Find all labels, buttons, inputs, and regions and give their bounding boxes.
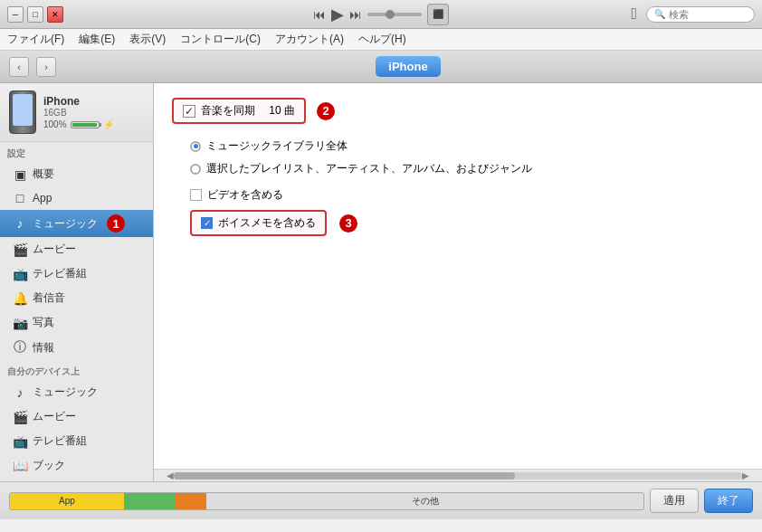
checkbox-voice[interactable]: ✓ <box>201 217 213 229</box>
finish-btn[interactable]: 終了 <box>704 489 753 513</box>
search-icon: 🔍 <box>654 9 665 19</box>
sidebar-item-device-music-label: ミュージック <box>33 385 98 400</box>
sidebar-item-summary-label: 概要 <box>33 166 54 182</box>
radio-row-library[interactable]: ミュージックライブラリ全体 <box>190 138 744 154</box>
sidebar-item-app[interactable]: □ App <box>0 186 153 210</box>
menubar: ファイル(F) 編集(E) 表示(V) コントロール(C) アカウント(A) ヘ… <box>0 29 762 51</box>
content-inner: ✓ 音楽を同期 10 曲 2 ミュージックライブラリ全体 選択したプレイリスト、… <box>154 83 762 469</box>
sidebar-item-device-music[interactable]: ♪ ミュージック <box>0 380 153 404</box>
sidebar-item-ringtone-label: 着信音 <box>33 290 65 306</box>
checkbox-video-label: ビデオを含める <box>207 187 283 203</box>
radio-row-selected[interactable]: 選択したプレイリスト、アーティスト、アルバム、およびジャンル <box>190 161 744 176</box>
storage-app-label: App <box>59 496 75 506</box>
search-input[interactable] <box>669 9 750 20</box>
window-controls[interactable]: ─ □ ✕ <box>7 6 63 23</box>
voice-memo-label[interactable]: ✓ ボイスメモを含める <box>190 210 327 236</box>
settings-section-label: 設定 <box>0 142 153 162</box>
scroll-left-arrow[interactable]: ◀ <box>167 470 174 480</box>
device-info: iPhone 16GB 100% ⚡ <box>0 83 153 142</box>
tv-icon: 📺 <box>13 267 27 281</box>
sidebar-item-tv[interactable]: 📺 テレビ番組 <box>0 261 153 286</box>
menu-view[interactable]: 表示(V) <box>129 32 166 47</box>
device-music-icon: ♪ <box>13 385 27 400</box>
radio-selected[interactable] <box>190 164 201 175</box>
sidebar-item-music[interactable]: ♪ ミュージック 1 <box>0 210 153 237</box>
checkbox-video[interactable] <box>190 189 202 201</box>
toolbar: ‹ › iPhone <box>0 51 762 83</box>
storage-seg-green <box>124 493 175 509</box>
battery-row: 100% ⚡ <box>43 119 144 129</box>
scrollbar-thumb[interactable] <box>174 472 515 480</box>
sync-row: ✓ 音楽を同期 10 曲 2 <box>172 98 744 124</box>
sidebar-item-device-movies-label: ムービー <box>33 409 76 424</box>
device-size: 16GB <box>43 108 144 118</box>
checkbox-group: ビデオを含める ✓ ボイスメモを含める 3 <box>172 187 744 236</box>
sidebar-item-device-book[interactable]: 📖 ブック <box>0 453 153 478</box>
sidebar-item-device-tv[interactable]: 📺 テレビ番組 <box>0 429 153 453</box>
search-box[interactable]: 🔍 <box>646 6 755 23</box>
battery-percent: 100% <box>43 119 67 129</box>
menu-help[interactable]: ヘルプ(H) <box>358 32 406 47</box>
sidebar-item-photo[interactable]: 📷 写真 <box>0 310 153 335</box>
content-area: ✓ 音楽を同期 10 曲 2 ミュージックライブラリ全体 選択したプレイリスト、… <box>154 83 762 481</box>
ringtone-icon: 🔔 <box>13 291 27 306</box>
sidebar-item-device-audiobook[interactable]: 🎧 オーディオブック <box>0 478 153 481</box>
menu-control[interactable]: コントロール(C) <box>180 32 261 47</box>
close-btn[interactable]: ✕ <box>47 6 63 23</box>
battery-fill <box>72 123 97 127</box>
volume-slider[interactable] <box>367 13 422 16</box>
device-meta: iPhone 16GB 100% ⚡ <box>43 95 144 129</box>
storage-seg-app: App <box>10 493 124 509</box>
main-layout: iPhone 16GB 100% ⚡ 設定 ▣ 概要 □ App <box>0 83 762 481</box>
sidebar-item-summary[interactable]: ▣ 概要 <box>0 162 153 186</box>
photo-icon: 📷 <box>13 316 27 330</box>
sidebar-item-device-movies[interactable]: 🎬 ムービー <box>0 404 153 429</box>
sync-music-checkbox[interactable]: ✓ <box>183 105 195 118</box>
sidebar-item-device-tv-label: テレビ番組 <box>33 433 87 449</box>
transport-controls: ⏮ ▶ ⏭ ⬛ <box>313 4 449 25</box>
sidebar-item-info[interactable]: ⓘ 情報 <box>0 335 153 360</box>
radio-library[interactable] <box>190 141 201 152</box>
annotation-2: 2 <box>317 102 335 120</box>
summary-icon: ▣ <box>13 167 27 182</box>
apply-btn[interactable]: 適用 <box>650 489 699 513</box>
sync-music-text: 音楽を同期 <box>201 103 255 119</box>
sidebar-item-movies[interactable]: 🎬 ムービー <box>0 237 153 261</box>
radio-group: ミュージックライブラリ全体 選択したプレイリスト、アーティスト、アルバム、および… <box>172 138 744 176</box>
info-icon: ⓘ <box>13 339 27 356</box>
device-tv-icon: 📺 <box>13 434 27 449</box>
checkbox-row-voice[interactable]: ✓ ボイスメモを含める 3 <box>190 210 744 236</box>
menu-account[interactable]: アカウント(A) <box>275 32 344 47</box>
checkbox-row-video[interactable]: ビデオを含める <box>190 187 744 203</box>
sidebar-item-tv-label: テレビ番組 <box>33 266 87 281</box>
airplay-btn[interactable]: ⬛ <box>427 4 449 25</box>
device-section-label: 自分のデバイス上 <box>0 360 153 380</box>
storage-other-label: その他 <box>412 495 439 508</box>
nav-forward-btn[interactable]: › <box>36 57 56 77</box>
rewind-btn[interactable]: ⏮ <box>313 7 326 22</box>
sync-music-count: 10 曲 <box>269 103 295 119</box>
scroll-right-arrow[interactable]: ▶ <box>742 470 749 480</box>
restore-btn[interactable]: □ <box>27 6 43 23</box>
menu-edit[interactable]: 編集(E) <box>79 32 115 47</box>
sidebar-item-movies-label: ムービー <box>33 242 76 257</box>
menu-file[interactable]: ファイル(F) <box>7 32 64 47</box>
horizontal-scrollbar[interactable]: ◀ ▶ <box>154 469 762 481</box>
device-icon <box>9 90 36 134</box>
fastforward-btn[interactable]: ⏭ <box>349 7 362 22</box>
play-btn[interactable]: ▶ <box>331 5 344 24</box>
sidebar-item-device-book-label: ブック <box>33 458 65 473</box>
storage-bar: App その他 <box>9 492 644 510</box>
sidebar-item-music-label: ミュージック <box>33 216 98 232</box>
checkbox-voice-label: ボイスメモを含める <box>218 215 316 231</box>
scrollbar-track[interactable] <box>174 472 742 480</box>
annotation-1: 1 <box>107 214 125 233</box>
sidebar-item-ringtone[interactable]: 🔔 着信音 <box>0 286 153 310</box>
sync-music-label[interactable]: ✓ 音楽を同期 10 曲 <box>172 98 306 124</box>
battery-bar <box>71 121 100 128</box>
bottom-bar: App その他 適用 終了 <box>0 481 762 519</box>
annotation-3: 3 <box>339 214 357 233</box>
minimize-btn[interactable]: ─ <box>7 6 24 23</box>
nav-back-btn[interactable]: ‹ <box>9 57 29 77</box>
titlebar: ─ □ ✕ ⏮ ▶ ⏭ ⬛  🔍 <box>0 0 762 29</box>
